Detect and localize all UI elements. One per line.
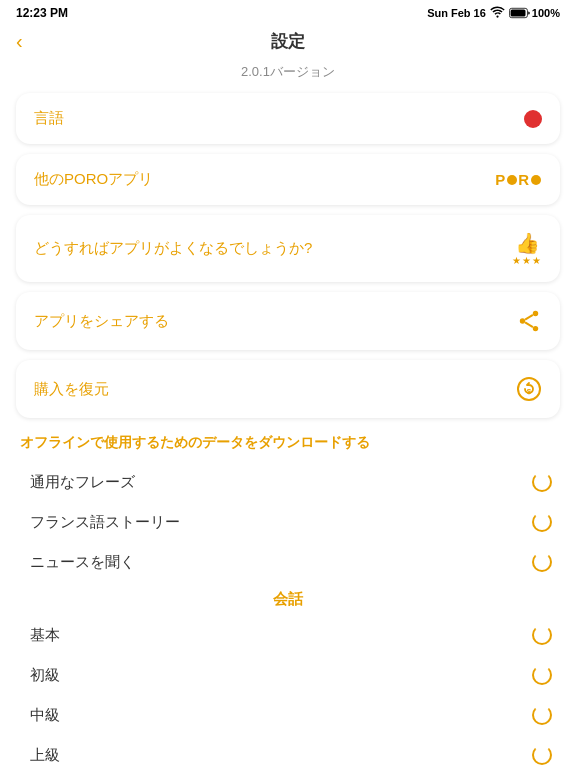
other-poro-card: 他のPOROアプリ PR — [16, 154, 560, 205]
restore-label: 購入を復元 — [34, 380, 109, 399]
svg-point-2 — [533, 311, 538, 316]
page-title: 設定 — [271, 30, 305, 53]
download-item-basic[interactable]: 基本 — [16, 615, 560, 655]
settings-list: 言語 他のPOROアプリ PR どうすればアプリがよくなるでしょうか? 👍 ★★… — [0, 93, 576, 418]
improve-row[interactable]: どうすればアプリがよくなるでしょうか? 👍 ★★★ — [16, 215, 560, 282]
download-item-advanced[interactable]: 上級 — [16, 735, 560, 768]
svg-point-4 — [533, 326, 538, 331]
spinner-icon-french-story — [532, 512, 552, 532]
status-bar: 12:23 PM Sun Feb 16 100% — [0, 0, 576, 24]
other-poro-row[interactable]: 他のPOROアプリ PR — [16, 154, 560, 205]
battery-icon: 100% — [509, 7, 560, 19]
conversation-title: 会話 — [16, 582, 560, 615]
status-date: Sun Feb 16 — [427, 7, 486, 19]
red-circle-icon — [524, 110, 542, 128]
restore-icon: $ — [516, 376, 542, 402]
thumbs-up-icon: 👍 ★★★ — [512, 231, 542, 266]
language-card: 言語 — [16, 93, 560, 144]
download-beginner-label: 初級 — [30, 666, 60, 685]
status-right: Sun Feb 16 100% — [427, 6, 560, 20]
language-label: 言語 — [34, 109, 64, 128]
spinner-icon-common-phrases — [532, 472, 552, 492]
svg-line-5 — [525, 315, 533, 320]
nav-header: ‹ 設定 — [0, 24, 576, 61]
language-icon — [524, 110, 542, 128]
svg-rect-1 — [510, 9, 525, 16]
download-listen-news-label: ニュースを聞く — [30, 553, 135, 572]
share-label: アプリをシェアする — [34, 312, 169, 331]
poro-logo-icon: PR — [495, 171, 542, 188]
svg-point-3 — [520, 318, 525, 323]
spinner-icon-basic — [532, 625, 552, 645]
spinner-icon-intermediate — [532, 705, 552, 725]
spinner-icon-beginner — [532, 665, 552, 685]
wifi-icon — [490, 6, 505, 20]
other-poro-label: 他のPOROアプリ — [34, 170, 153, 189]
back-button[interactable]: ‹ — [16, 30, 23, 53]
share-row[interactable]: アプリをシェアする — [16, 292, 560, 350]
spinner-icon-listen-news — [532, 552, 552, 572]
svg-text:$: $ — [527, 387, 532, 396]
improve-card: どうすればアプリがよくなるでしょうか? 👍 ★★★ — [16, 215, 560, 282]
share-card: アプリをシェアする — [16, 292, 560, 350]
download-item-listen-news[interactable]: ニュースを聞く — [16, 542, 560, 582]
improve-label: どうすればアプリがよくなるでしょうか? — [34, 239, 312, 258]
version-label: 2.0.1バージョン — [0, 61, 576, 93]
download-section-title: オフラインで使用するためのデータをダウンロードする — [16, 430, 560, 462]
spinner-icon-advanced — [532, 745, 552, 765]
status-time: 12:23 PM — [16, 6, 68, 20]
download-french-story-label: フランス語ストーリー — [30, 513, 180, 532]
download-basic-label: 基本 — [30, 626, 60, 645]
download-item-french-story[interactable]: フランス語ストーリー — [16, 502, 560, 542]
restore-row[interactable]: 購入を復元 $ — [16, 360, 560, 418]
language-row[interactable]: 言語 — [16, 93, 560, 144]
download-section: オフラインで使用するためのデータをダウンロードする 通用なフレーズ フランス語ス… — [0, 430, 576, 768]
share-icon — [516, 308, 542, 334]
download-advanced-label: 上級 — [30, 746, 60, 765]
download-item-common-phrases[interactable]: 通用なフレーズ — [16, 462, 560, 502]
restore-card: 購入を復元 $ — [16, 360, 560, 418]
download-intermediate-label: 中級 — [30, 706, 60, 725]
battery-percent: 100% — [532, 7, 560, 19]
download-common-phrases-label: 通用なフレーズ — [30, 473, 135, 492]
download-item-intermediate[interactable]: 中級 — [16, 695, 560, 735]
download-item-beginner[interactable]: 初級 — [16, 655, 560, 695]
svg-line-6 — [525, 322, 533, 327]
